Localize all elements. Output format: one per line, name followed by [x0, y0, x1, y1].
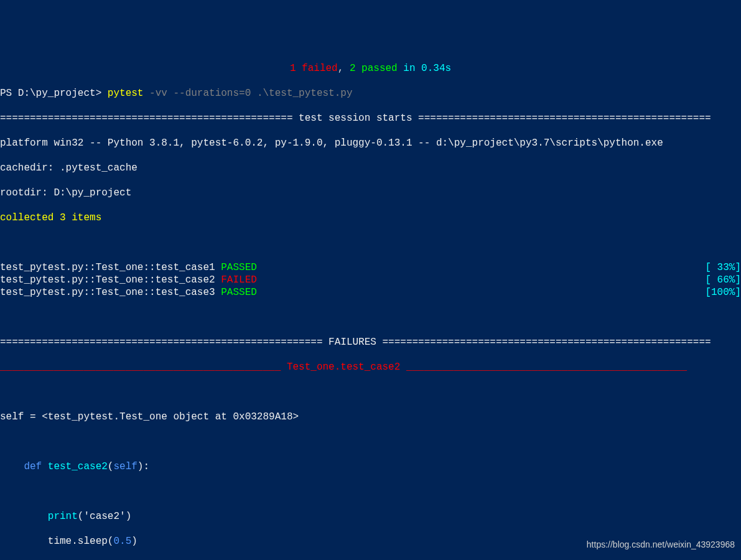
- print-line: print('case2'): [0, 510, 741, 523]
- print-func: print: [48, 511, 78, 522]
- test-result-row: test_pytest.py::Test_one::test_case2 FAI…: [0, 274, 741, 286]
- test-status: PASSED: [221, 262, 257, 273]
- pytest-args: -vv --durations=0 .\test_pytest.py: [149, 88, 352, 99]
- passed-count: 2 passed: [350, 63, 398, 74]
- sleep-num: 0.5: [113, 536, 131, 547]
- def-keyword: def: [0, 461, 48, 472]
- test-result-row: test_pytest.py::Test_one::test_case3 PAS…: [0, 286, 741, 299]
- test-status: FAILED: [221, 274, 257, 286]
- blank-line: [0, 485, 741, 498]
- failures-divider: ========================================…: [0, 336, 741, 348]
- test-result-left: test_pytest.py::Test_one::test_case3 PAS…: [0, 286, 257, 299]
- test-status: PASSED: [221, 287, 257, 298]
- blank-line: [0, 436, 741, 448]
- separator: ,: [338, 63, 350, 74]
- test-result-left: test_pytest.py::Test_one::test_case2 FAI…: [0, 274, 257, 286]
- sleep-close: ): [131, 536, 137, 547]
- platform-info: platform win32 -- Python 3.8.1, pytest-6…: [0, 137, 741, 149]
- failed-count: 1 failed: [290, 63, 338, 74]
- terminal-output[interactable]: 1 failed, 2 passed in 0.34s PS D:\py_pro…: [0, 50, 741, 560]
- blank-line: [0, 236, 741, 249]
- failure-title: ________________________________________…: [0, 361, 741, 373]
- pytest-command: pytest: [108, 88, 149, 99]
- open-paren: (: [108, 461, 114, 472]
- test-result-row: test_pytest.py::Test_one::test_case1 PAS…: [0, 261, 741, 274]
- top-summary-line: 1 failed, 2 passed in 0.34s: [0, 62, 741, 75]
- blank-line: [0, 311, 741, 324]
- ps-prompt: PS D:\py_project>: [0, 88, 108, 99]
- self-repr: self = <test_pytest.Test_one object at 0…: [0, 411, 741, 423]
- test-results: test_pytest.py::Test_one::test_case1 PAS…: [0, 261, 741, 299]
- close-paren: ):: [137, 461, 149, 472]
- cachedir-info: cachedir: .pytest_cache: [0, 162, 741, 174]
- sleep-call: time.sleep(: [0, 536, 113, 547]
- test-percent: [ 33%]: [705, 261, 741, 274]
- command-line: PS D:\py_project> pytest -vv --durations…: [0, 87, 741, 100]
- test-percent: [100%]: [705, 286, 741, 299]
- blank-line: [0, 386, 741, 398]
- self-param: self: [113, 461, 137, 472]
- collected-info: collected 3 items: [0, 212, 741, 224]
- print-args: ('case2'): [78, 511, 131, 522]
- test-name: test_pytest.py::Test_one::test_case2: [0, 274, 221, 286]
- test-name: test_pytest.py::Test_one::test_case3: [0, 287, 221, 298]
- func-name: test_case2: [48, 461, 108, 472]
- test-percent: [ 66%]: [705, 274, 741, 286]
- watermark: https://blog.csdn.net/weixin_43923968: [587, 538, 735, 551]
- rootdir-info: rootdir: D:\py_project: [0, 187, 741, 199]
- func-def-line: def test_case2(self):: [0, 460, 741, 473]
- test-result-left: test_pytest.py::Test_one::test_case1 PAS…: [0, 261, 257, 274]
- session-divider: ========================================…: [0, 112, 741, 124]
- time-text: in 0.34s: [398, 63, 451, 74]
- test-name: test_pytest.py::Test_one::test_case1: [0, 262, 221, 273]
- indent: [0, 511, 48, 522]
